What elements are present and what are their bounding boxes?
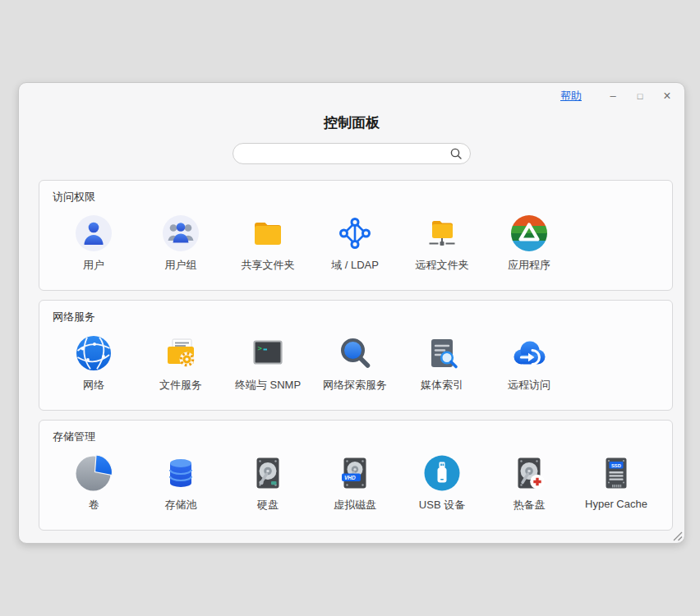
section-title: 网络服务 [53, 310, 95, 324]
item-label: 终端与 SNMP [235, 378, 301, 393]
applications-icon [510, 214, 548, 252]
maximize-button[interactable]: □ [633, 87, 647, 105]
cp-item-network[interactable]: 网络 [50, 334, 137, 393]
cp-item-shared-folder[interactable]: 共享文件夹 [224, 214, 311, 273]
cp-item-domain-ldap[interactable]: 域 / LDAP [311, 214, 398, 273]
cp-item-terminal-snmp[interactable]: > 终端与 SNMP [224, 334, 311, 393]
item-label: 热备盘 [513, 498, 546, 513]
cp-item-virtual-disk[interactable]: VHD 虚拟磁盘 [311, 454, 398, 513]
item-label: 文件服务 [159, 378, 202, 393]
cp-item-user-group[interactable]: 用户组 [137, 214, 224, 273]
cp-item-usb-device[interactable]: USB 设备 [398, 454, 486, 513]
ssd-cache-icon: SSD [597, 454, 635, 492]
svg-text:SSD: SSD [611, 463, 621, 468]
cp-item-hdd[interactable]: 硬盘 [224, 454, 311, 513]
remote-access-icon [510, 334, 548, 372]
search-icon [449, 147, 463, 160]
section-network-services: 网络服务 网络 [39, 300, 673, 411]
svg-text:>: > [258, 344, 263, 352]
item-label: 虚拟磁盘 [334, 498, 376, 513]
resize-handle[interactable] [670, 529, 683, 541]
search-input[interactable] [244, 145, 449, 164]
cp-item-file-services[interactable]: 文件服务 [137, 334, 224, 393]
item-label: Hyper Cache [585, 498, 647, 510]
cp-item-network-discovery[interactable]: 网络探索服务 [311, 334, 398, 393]
item-label: 远程访问 [508, 378, 550, 393]
search-box[interactable] [233, 143, 471, 164]
user-icon [75, 214, 113, 252]
item-label: 硬盘 [257, 498, 279, 513]
section-items-row: 用户 用户组 共享文件夹 [50, 214, 573, 273]
storage-pool-icon [162, 454, 200, 492]
cp-item-media-index[interactable]: 媒体索引 [398, 334, 486, 393]
item-label: 域 / LDAP [331, 258, 379, 273]
network-globe-icon [75, 334, 113, 372]
terminal-icon: > [249, 334, 287, 372]
usb-device-icon [423, 454, 461, 492]
virtual-disk-icon: VHD [336, 454, 374, 492]
section-storage-management: 存储管理 卷 [39, 420, 673, 531]
help-link[interactable]: 帮助 [560, 89, 582, 103]
cp-item-volume[interactable]: 卷 [50, 454, 137, 513]
section-title: 存储管理 [53, 430, 95, 444]
domain-ldap-icon [336, 214, 374, 252]
section-items-row: 网络 文件服务 [50, 334, 573, 393]
remote-folder-icon [423, 214, 461, 252]
cp-item-applications[interactable]: 应用程序 [486, 214, 573, 273]
cp-item-remote-folder[interactable]: 远程文件夹 [398, 214, 486, 273]
item-label: 卷 [89, 498, 99, 513]
item-label: 存储池 [165, 498, 197, 513]
cp-item-remote-access[interactable]: 远程访问 [486, 334, 573, 393]
section-items-row: 卷 存储池 [50, 454, 660, 513]
user-group-icon [162, 214, 200, 252]
media-index-icon [423, 334, 461, 372]
titlebar: 帮助 – □ × [560, 87, 675, 105]
item-label: 共享文件夹 [242, 258, 295, 273]
cp-item-storage-pool[interactable]: 存储池 [137, 454, 224, 513]
item-label: 应用程序 [508, 258, 550, 273]
item-label: 媒体索引 [421, 378, 463, 393]
control-panel-window: 帮助 – □ × 控制面板 访问权限 用户 [18, 82, 685, 544]
item-label: 网络探索服务 [323, 378, 387, 393]
network-discovery-icon [336, 334, 374, 372]
file-services-icon [162, 334, 200, 372]
shared-folder-icon [249, 214, 287, 252]
hot-spare-icon [510, 454, 548, 492]
panels: 访问权限 用户 用户组 [39, 180, 673, 540]
cp-item-hyper-cache[interactable]: SSD Hyper Cache [573, 454, 660, 513]
item-label: 网络 [83, 378, 104, 393]
svg-text:VHD: VHD [344, 475, 356, 480]
item-label: USB 设备 [419, 498, 465, 513]
minimize-button[interactable]: – [606, 87, 620, 105]
item-label: 用户组 [165, 258, 197, 273]
item-label: 用户 [83, 258, 104, 273]
close-button[interactable]: × [660, 87, 675, 105]
section-access-rights: 访问权限 用户 用户组 [39, 180, 673, 291]
page-title: 控制面板 [19, 113, 684, 132]
hdd-icon [249, 454, 287, 492]
cp-item-hot-spare[interactable]: 热备盘 [486, 454, 573, 513]
item-label: 远程文件夹 [416, 258, 469, 273]
volume-pie-icon [75, 454, 113, 492]
section-title: 访问权限 [53, 190, 95, 205]
cp-item-user[interactable]: 用户 [50, 214, 137, 273]
